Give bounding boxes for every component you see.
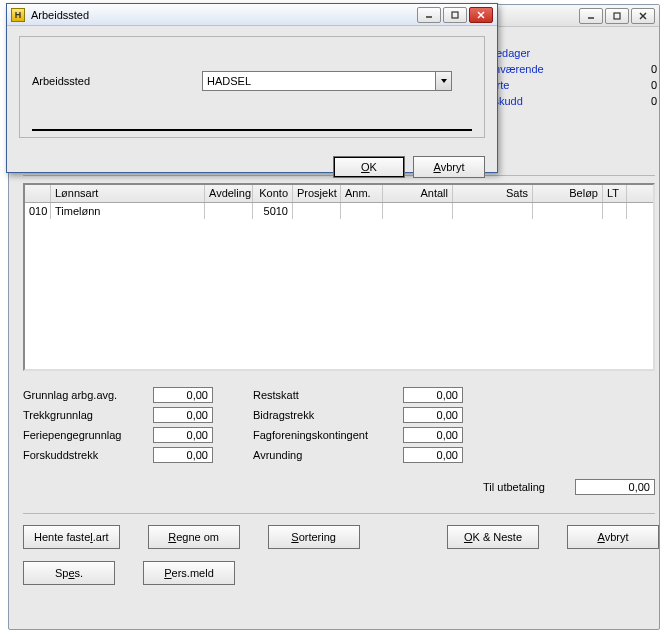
- dialog-maximize-button[interactable]: [443, 7, 467, 23]
- summary-value: 0,00: [153, 447, 213, 463]
- payout-value: 0,00: [575, 479, 655, 495]
- dialog-title: Arbeidssted: [31, 9, 417, 21]
- cell: [533, 203, 603, 219]
- cell: [383, 203, 453, 219]
- summary-value: 0,00: [153, 407, 213, 423]
- cell: Timelønn: [51, 203, 205, 219]
- arbeidssted-dialog: H Arbeidssted Arbeidssted HADSEL OK Avbr…: [6, 3, 498, 173]
- col-header[interactable]: [25, 185, 51, 202]
- svg-rect-5: [452, 12, 458, 18]
- col-header[interactable]: Konto: [253, 185, 293, 202]
- arbeidssted-label: Arbeidssted: [32, 75, 202, 87]
- regne-om-button[interactable]: Regne om: [148, 525, 240, 549]
- summary-value: 0,00: [153, 387, 213, 403]
- cell: 5010: [253, 203, 293, 219]
- cell: [341, 203, 383, 219]
- dialog-ok-button[interactable]: OK: [333, 156, 405, 178]
- close-button[interactable]: [631, 8, 655, 24]
- summary-value: 0,00: [403, 447, 463, 463]
- cell: [603, 203, 627, 219]
- dialog-frame: Arbeidssted HADSEL: [19, 36, 485, 138]
- summary-value: 0,00: [403, 387, 463, 403]
- cell: [453, 203, 533, 219]
- summary-label: Trekkgrunnlag: [23, 409, 153, 421]
- arbeidssted-dropdown[interactable]: HADSEL: [202, 71, 452, 91]
- table-header: Lønnsart Avdeling Konto Prosjekt Anm. An…: [25, 185, 653, 203]
- col-header[interactable]: Lønnsart: [51, 185, 205, 202]
- summary-label: Restskatt: [253, 389, 403, 401]
- col-header[interactable]: LT: [603, 185, 627, 202]
- col-header[interactable]: Sats: [453, 185, 533, 202]
- bottom-buttons: Hente faste l.art Regne om Sortering OK …: [23, 525, 659, 597]
- info-value: 0: [617, 61, 657, 77]
- info-value: 0: [617, 93, 657, 109]
- col-header[interactable]: Anm.: [341, 185, 383, 202]
- cell: [205, 203, 253, 219]
- summary-label: Fagforeningskontingent: [253, 429, 403, 441]
- summary-label: Feriepengegrunnlag: [23, 429, 153, 441]
- pers-meld-button[interactable]: Pers.meld: [143, 561, 235, 585]
- dialog-titlebar: H Arbeidssted: [7, 4, 497, 26]
- summary-panel: Grunnlag arbg.avg. 0,00 Restskatt 0,00 T…: [23, 385, 659, 495]
- summary-value: 0,00: [403, 407, 463, 423]
- summary-label: Forskuddstrekk: [23, 449, 153, 461]
- table-row[interactable]: 010 Timelønn 5010: [25, 203, 653, 219]
- lines-table[interactable]: Lønnsart Avdeling Konto Prosjekt Anm. An…: [23, 183, 655, 371]
- summary-label: Grunnlag arbg.avg.: [23, 389, 153, 401]
- sortering-button[interactable]: Sortering: [268, 525, 360, 549]
- chevron-down-icon[interactable]: [435, 72, 451, 90]
- avbryt-button[interactable]: Avbryt: [567, 525, 659, 549]
- col-header[interactable]: Prosjekt: [293, 185, 341, 202]
- summary-label: Bidragstrekk: [253, 409, 403, 421]
- hente-faste-lart-button[interactable]: Hente faste l.art: [23, 525, 120, 549]
- svg-marker-8: [441, 79, 447, 83]
- info-value: 0: [617, 77, 657, 93]
- dropdown-value: HADSEL: [203, 75, 435, 87]
- app-icon: H: [11, 8, 25, 22]
- minimize-button[interactable]: [579, 8, 603, 24]
- dialog-cancel-button[interactable]: Avbryt: [413, 156, 485, 178]
- summary-value: 0,00: [403, 427, 463, 443]
- payout-label: Til utbetaling: [483, 481, 545, 493]
- feriedager-panel: Feriedager Gjenværende0 Sparte0 Forskudd…: [477, 45, 657, 141]
- summary-label: Avrunding: [253, 449, 403, 461]
- col-header[interactable]: Beløp: [533, 185, 603, 202]
- summary-value: 0,00: [153, 427, 213, 443]
- ok-neste-button[interactable]: OK & Neste: [447, 525, 539, 549]
- col-header[interactable]: Antall: [383, 185, 453, 202]
- spes-button[interactable]: Spes.: [23, 561, 115, 585]
- dialog-close-button[interactable]: [469, 7, 493, 23]
- col-header[interactable]: Avdeling: [205, 185, 253, 202]
- dialog-minimize-button[interactable]: [417, 7, 441, 23]
- cell: 010: [25, 203, 51, 219]
- svg-rect-1: [614, 13, 620, 19]
- cell: [293, 203, 341, 219]
- maximize-button[interactable]: [605, 8, 629, 24]
